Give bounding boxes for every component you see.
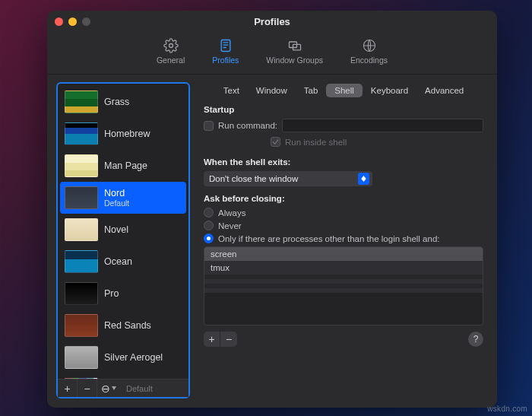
toolbar-label: Profiles <box>212 56 239 65</box>
window-title: Profiles <box>47 16 497 27</box>
profile-item-redsands[interactable]: Red Sands <box>60 310 186 341</box>
toolbar-label: Window Groups <box>266 56 323 65</box>
profile-item-novel[interactable]: Novel <box>60 214 186 246</box>
radio-always[interactable] <box>204 208 214 218</box>
tab-advanced[interactable]: Advanced <box>416 84 472 97</box>
gear-icon <box>163 38 179 53</box>
list-item[interactable]: screen <box>204 247 483 261</box>
toolbar-profiles[interactable]: Profiles <box>204 35 246 68</box>
exit-heading: When the shell exits: <box>204 157 483 167</box>
profile-item-solidcolors[interactable]: Solid Colors <box>60 373 186 379</box>
profile-item-ocean[interactable]: Ocean <box>60 246 186 278</box>
window-groups-icon <box>287 38 302 53</box>
watermark: wskdn.com <box>487 405 527 413</box>
profile-item-grass[interactable]: Grass <box>60 86 186 118</box>
toolbar-label: Encodings <box>350 56 388 65</box>
thumbnail-icon <box>65 154 98 177</box>
run-command-checkbox[interactable] <box>204 121 214 131</box>
main-panel: Text Window Tab Shell Keyboard Advanced … <box>190 82 488 399</box>
profile-item-pro[interactable]: Pro <box>60 278 186 310</box>
startup-heading: Startup <box>204 105 483 114</box>
profile-item-silver[interactable]: Silver Aerogel <box>60 341 186 373</box>
profile-item-manpage[interactable]: Man Page <box>60 150 186 182</box>
ask-heading: Ask before closing: <box>204 194 483 203</box>
tab-keyboard[interactable]: Keyboard <box>363 84 416 97</box>
toolbar-general[interactable]: General <box>149 35 192 68</box>
tab-tab[interactable]: Tab <box>296 84 327 97</box>
thumbnail-icon <box>65 122 98 145</box>
list-item[interactable]: tmux <box>204 261 483 275</box>
help-button[interactable]: ? <box>468 332 483 347</box>
shell-exit-select[interactable]: Don't close the window <box>204 171 372 186</box>
svg-point-0 <box>169 44 173 48</box>
preferences-window: Profiles General Profiles Window Groups … <box>47 11 497 408</box>
profile-icon <box>218 38 233 53</box>
remove-process-button[interactable]: − <box>220 332 237 347</box>
run-command-field[interactable] <box>282 119 483 132</box>
globe-icon <box>362 38 377 53</box>
thumbnail-icon <box>65 186 98 209</box>
toolbar-window-groups[interactable]: Window Groups <box>258 35 331 68</box>
run-inside-shell-checkbox <box>271 137 280 147</box>
radio-never[interactable] <box>204 221 214 230</box>
exit-section: When the shell exits: Don't close the wi… <box>199 150 488 186</box>
add-process-button[interactable]: + <box>204 332 220 347</box>
run-inside-shell-label: Run inside shell <box>285 138 347 147</box>
tab-window[interactable]: Window <box>248 84 296 97</box>
detail-tabs: Text Window Tab Shell Keyboard Advanced <box>199 84 488 97</box>
run-command-label: Run command: <box>218 121 277 130</box>
thumbnail-icon <box>65 314 98 337</box>
tab-shell[interactable]: Shell <box>326 84 363 97</box>
thumbnail-icon <box>65 282 98 305</box>
select-value: Don't close the window <box>209 174 298 183</box>
circle-minus-icon: ⊖ <box>101 383 110 395</box>
thumbnail-icon <box>65 91 98 113</box>
chevron-updown-icon <box>358 173 369 185</box>
list-item <box>204 288 483 293</box>
profiles-sidebar: Grass Homebrew Man Page NordDefault Nove… <box>56 82 190 399</box>
profiles-list[interactable]: Grass Homebrew Man Page NordDefault Nove… <box>58 84 188 379</box>
footer-default-label[interactable]: Default <box>120 379 188 397</box>
ask-section: Ask before closing: Always Never Only if… <box>199 186 488 347</box>
thumbnail-icon <box>65 250 98 273</box>
thumbnail-icon <box>65 346 98 369</box>
startup-section: Startup Run command: Run inside shell <box>199 97 488 150</box>
sidebar-footer: + − ⊖ Default <box>58 379 188 397</box>
tab-text[interactable]: Text <box>215 84 248 97</box>
content-area: Grass Homebrew Man Page NordDefault Nove… <box>47 75 497 408</box>
svg-rect-1 <box>221 40 230 52</box>
radio-only-processes[interactable] <box>204 233 214 243</box>
process-buttons: + − <box>204 332 237 347</box>
toolbar-label: General <box>157 56 185 65</box>
process-list[interactable]: screen tmux <box>204 246 483 325</box>
title-bar: Profiles <box>47 11 497 32</box>
remove-profile-button[interactable]: − <box>78 379 97 397</box>
toolbar: General Profiles Window Groups Encodings <box>47 32 497 75</box>
thumbnail-icon <box>65 218 98 241</box>
profile-actions-button[interactable]: ⊖ <box>97 379 120 397</box>
toolbar-encodings[interactable]: Encodings <box>343 35 395 68</box>
profile-item-homebrew[interactable]: Homebrew <box>60 118 186 150</box>
profile-item-nord[interactable]: NordDefault <box>60 182 186 214</box>
add-profile-button[interactable]: + <box>58 379 78 397</box>
